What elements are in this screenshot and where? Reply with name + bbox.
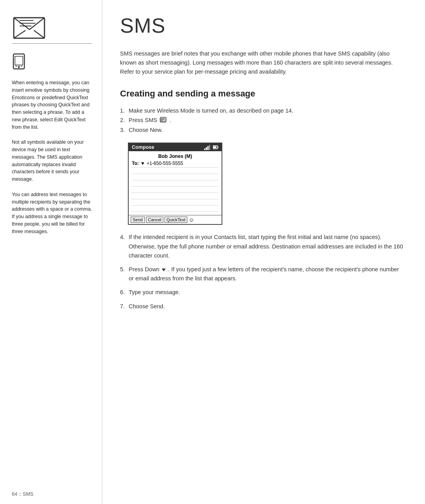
sidebar-para-3: You can address text messages to multipl… — [12, 191, 92, 235]
compose-mockup: Compose Bob Jones (M) — [128, 143, 222, 225]
sidebar-para-1: When entering a message, you can insert … — [12, 79, 92, 131]
compose-to-row: To: ▼ +1-650-555-5555 — [132, 160, 218, 168]
sidebar-divider — [12, 43, 92, 44]
step-4-num: 4. — [120, 233, 125, 242]
compose-header-icons — [204, 145, 218, 150]
svg-rect-21 — [207, 146, 209, 150]
svg-point-10 — [18, 67, 20, 68]
compose-body: Bob Jones (M) To: ▼ +1-650-555-5555 — [129, 151, 222, 215]
sms-envelope-icon — [12, 12, 47, 43]
step-2: 2. Press SMS . — [120, 115, 405, 125]
step-3-num: 3. — [120, 125, 125, 135]
compose-down-arrow: ▼ — [140, 161, 145, 166]
section-heading: Creating and sending a message — [120, 89, 405, 99]
compose-line-5 — [132, 194, 218, 199]
svg-rect-9 — [15, 56, 23, 65]
step-1-text: Make sure Wireless Mode is turned on, as… — [129, 107, 293, 114]
svg-line-3 — [14, 30, 26, 38]
compose-line-2 — [132, 175, 218, 180]
svg-rect-20 — [206, 147, 207, 150]
step-3: 3. Choose New. — [120, 125, 405, 135]
compose-header-label: Compose — [132, 145, 154, 150]
compose-phone: +1-650-555-5555 — [147, 161, 183, 166]
step-4: 4. If the intended recipient is in your … — [120, 233, 405, 260]
step-1-num: 1. — [120, 106, 125, 116]
compose-quicktext-button[interactable]: QuickText — [164, 217, 187, 223]
signal-icon — [204, 145, 211, 150]
compose-line-4 — [132, 187, 218, 193]
step-6-text: Type your message. — [129, 289, 180, 295]
compose-line-1 — [132, 169, 218, 174]
steps-list: 1. Make sure Wireless Mode is turned on,… — [120, 106, 405, 135]
step-6-num: 6. — [120, 288, 125, 297]
compose-emoticon-button[interactable]: ☺ — [188, 217, 194, 223]
step-2-text: Press SMS . — [129, 117, 172, 123]
compose-contact: Bob Jones (M) — [132, 153, 218, 160]
compose-footer: Send Cancel QuickText ☺ — [129, 215, 222, 224]
svg-rect-24 — [213, 146, 216, 148]
sidebar: When entering a message, you can insert … — [0, 0, 102, 504]
compose-line-7 — [132, 206, 218, 212]
page-footer: 64 :: SMS — [12, 491, 33, 497]
sidebar-para-2: Not all symbols available on your device… — [12, 139, 92, 183]
intro-paragraph: SMS messages are brief notes that you ex… — [120, 49, 405, 77]
compose-to-label: To: — [132, 161, 139, 166]
sms-button-icon — [160, 117, 168, 124]
step-2-num: 2. — [120, 115, 125, 125]
compose-header: Compose — [129, 143, 222, 151]
svg-rect-25 — [218, 147, 218, 148]
compose-message-area — [132, 168, 218, 213]
step-5-text: Press Down . If you typed just a few let… — [129, 266, 399, 282]
battery-icon — [213, 145, 218, 150]
step-7-num: 7. — [120, 302, 125, 311]
page-title: SMS — [120, 14, 405, 37]
main-content: SMS SMS messages are brief notes that yo… — [102, 0, 425, 504]
step-4-text: If the intended recipient is in your Con… — [129, 234, 403, 258]
compose-line-3 — [132, 181, 218, 187]
svg-rect-22 — [209, 145, 210, 150]
steps-list-2: 4. If the intended recipient is in your … — [120, 233, 405, 311]
step-5-num: 5. — [120, 265, 125, 274]
step-1: 1. Make sure Wireless Mode is turned on,… — [120, 106, 405, 116]
svg-line-4 — [34, 30, 44, 38]
step-3-text: Choose New. — [129, 127, 163, 133]
down-arrow-icon — [162, 269, 166, 271]
svg-rect-19 — [204, 148, 205, 150]
device-icon — [12, 53, 28, 73]
step-7-text: Choose Send. — [129, 303, 165, 309]
step-6: 6. Type your message. — [120, 288, 405, 297]
page-container: When entering a message, you can insert … — [0, 0, 425, 504]
compose-send-button[interactable]: Send — [131, 217, 145, 223]
step-7: 7. Choose Send. — [120, 302, 405, 311]
compose-cancel-button[interactable]: Cancel — [146, 217, 163, 223]
step-5: 5. Press Down . If you typed just a few … — [120, 265, 405, 283]
compose-line-6 — [132, 200, 218, 206]
